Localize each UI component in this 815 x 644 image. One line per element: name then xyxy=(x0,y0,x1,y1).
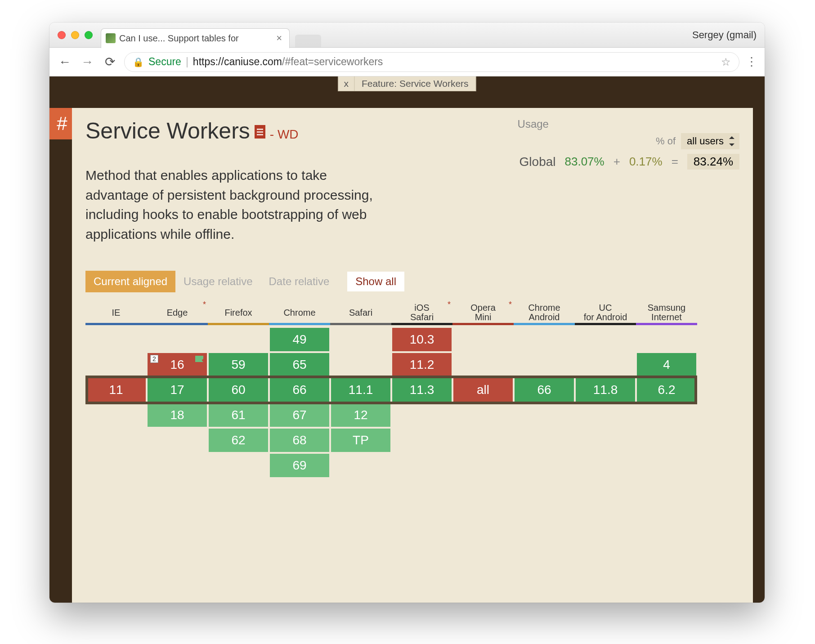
pill-label: Feature: Service Workers xyxy=(354,76,476,91)
support-cell[interactable]: 4 xyxy=(637,353,696,376)
tab-usage-relative[interactable]: Usage relative xyxy=(175,271,260,292)
address-bar: ← → ⟳ 🔒 Secure | https://caniuse.com/#fe… xyxy=(49,48,765,76)
permalink-hash-icon[interactable]: # xyxy=(49,108,75,139)
browser-header-chrome: Chrome xyxy=(269,302,330,326)
new-tab-button[interactable] xyxy=(295,35,321,47)
forward-button[interactable]: → xyxy=(79,55,95,69)
support-cell[interactable]: 66 xyxy=(270,378,329,402)
support-cell[interactable]: 69 xyxy=(270,454,329,477)
window-controls xyxy=(58,31,93,39)
profile-label[interactable]: Sergey (gmail) xyxy=(692,29,757,41)
spec-status: - WD xyxy=(270,127,299,142)
minimize-window-icon[interactable] xyxy=(71,31,79,39)
browser-header-opera: OperaMini* xyxy=(452,302,514,326)
browser-header-safari: Safari xyxy=(330,302,391,326)
support-cell[interactable]: 59 xyxy=(209,353,268,376)
support-cell[interactable]: 62 xyxy=(209,429,268,452)
menu-icon[interactable]: ⋮ xyxy=(746,55,757,69)
support-cell[interactable]: 61 xyxy=(209,403,268,427)
maximize-window-icon[interactable] xyxy=(85,31,93,39)
support-cell[interactable]: 11.1 xyxy=(331,378,390,402)
url-text: https://caniuse.com/#feat=serviceworkers xyxy=(193,56,383,68)
user-scope-select[interactable]: all users xyxy=(681,133,739,149)
support-cell[interactable]: 49 xyxy=(270,328,329,351)
page-content: x Feature: Service Workers # Service Wor… xyxy=(49,76,765,603)
support-cell[interactable]: 11.3 xyxy=(392,378,452,402)
pct-of-label: % of xyxy=(656,135,676,147)
show-all-button[interactable]: Show all xyxy=(347,272,404,291)
favicon-icon xyxy=(106,33,116,43)
browser-header-cand: ChromeAndroid xyxy=(514,302,575,326)
feature-title: Service Workers xyxy=(85,118,250,144)
lock-icon: 🔒 xyxy=(133,57,144,67)
support-cell[interactable]: 60 xyxy=(209,378,268,402)
browser-header-ie: IE xyxy=(85,302,147,326)
bookmark-icon[interactable]: ☆ xyxy=(721,56,731,68)
url-input[interactable]: 🔒 Secure | https://caniuse.com/#feat=ser… xyxy=(124,52,739,72)
support-cell[interactable]: 11 xyxy=(86,378,146,402)
titlebar: Can I use... Support tables for × Sergey… xyxy=(49,22,765,48)
view-tabs: Current aligned Usage relative Date rela… xyxy=(85,271,739,292)
support-cell[interactable]: 162 xyxy=(148,353,207,376)
support-cell[interactable]: 66 xyxy=(515,378,574,402)
support-cell[interactable]: 11.2 xyxy=(392,353,452,376)
tab-title: Can I use... Support tables for xyxy=(119,33,239,44)
support-cell[interactable]: TP xyxy=(331,429,390,452)
pill-close-button[interactable]: x xyxy=(338,76,354,91)
browser-header-edge: Edge* xyxy=(147,302,208,326)
support-cell[interactable]: 67 xyxy=(270,403,329,427)
browser-header-samsung: SamsungInternet xyxy=(636,302,697,326)
tab-date-relative[interactable]: Date relative xyxy=(261,271,338,292)
global-label: Global xyxy=(518,155,556,169)
reload-button[interactable]: ⟳ xyxy=(102,54,118,69)
secure-label: Secure xyxy=(148,56,181,68)
support-cell[interactable]: 65 xyxy=(270,353,329,376)
back-button[interactable]: ← xyxy=(57,55,73,69)
close-window-icon[interactable] xyxy=(58,31,66,39)
feature-panel: Service Workers - WD Usage % of all user… xyxy=(72,108,753,603)
browser-header-firefox: Firefox xyxy=(208,302,269,326)
spec-doc-icon[interactable] xyxy=(255,125,265,139)
support-cell[interactable]: 10.3 xyxy=(392,328,452,351)
support-cell[interactable]: 12 xyxy=(331,403,390,427)
support-cell[interactable]: 17 xyxy=(148,378,207,402)
support-grid: IEEdge*FirefoxChromeSafariiOSSafari*Oper… xyxy=(85,302,739,502)
support-cell[interactable]: 6.2 xyxy=(637,378,696,402)
usage-block: Usage % of all users Global 83.07% + 0.1… xyxy=(518,118,739,170)
supported-pct: 83.07% xyxy=(565,155,605,169)
feature-pill: x Feature: Service Workers xyxy=(338,76,476,91)
usage-label: Usage xyxy=(518,118,739,130)
browser-window: Can I use... Support tables for × Sergey… xyxy=(49,22,765,603)
browser-tab[interactable]: Can I use... Support tables for × xyxy=(101,28,290,48)
support-cell[interactable]: 18 xyxy=(148,403,207,427)
browser-header-uc: UCfor Android xyxy=(575,302,636,326)
feature-description: Method that enables applications to take… xyxy=(85,165,373,244)
support-cell[interactable]: all xyxy=(453,378,513,402)
browser-header-ios: iOSSafari* xyxy=(391,302,452,326)
partial-pct: 0.17% xyxy=(629,155,663,169)
tab-current-aligned[interactable]: Current aligned xyxy=(85,271,175,292)
support-cell[interactable]: 11.8 xyxy=(576,378,635,402)
total-pct: 83.24% xyxy=(687,154,739,170)
tab-close-icon[interactable]: × xyxy=(276,32,282,44)
support-cell[interactable]: 68 xyxy=(270,429,329,452)
